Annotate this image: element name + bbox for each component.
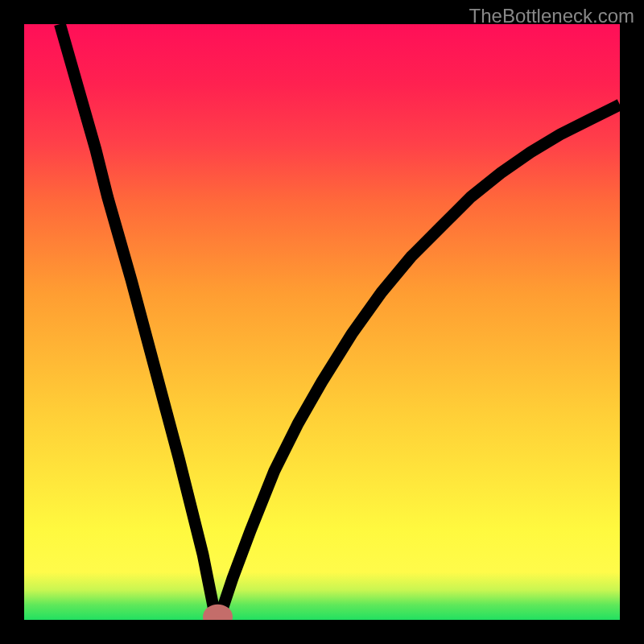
minimum-marker — [208, 610, 226, 620]
plot-area — [24, 24, 620, 620]
chart-container: TheBottleneck.com — [0, 0, 644, 644]
chart-svg — [24, 24, 620, 620]
bottleneck-curve — [60, 24, 620, 614]
